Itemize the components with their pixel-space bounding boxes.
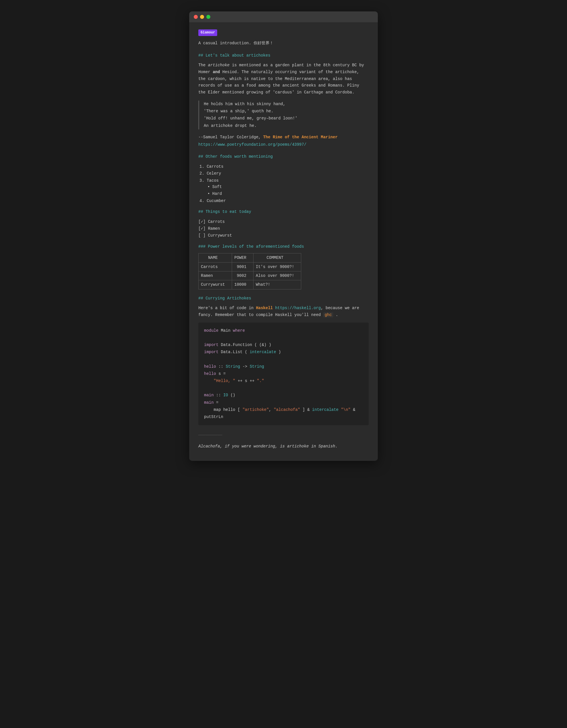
footer-text: Alcachofa, if you were wondering, is art…	[198, 443, 369, 449]
citation-prefix: --Samuel Taylor Coleridge,	[198, 135, 263, 139]
currying-heading: ## Currying Artichokes	[198, 295, 369, 301]
artichoke-italic: artichoke	[208, 63, 230, 67]
alcachofa-italic: Alcachofa	[198, 444, 220, 449]
table-cell-comment: What?!	[253, 280, 301, 289]
list-item: Hard	[206, 191, 369, 197]
checklist-item: [ ] Currywurst	[198, 232, 369, 239]
code-line: hello s =	[204, 370, 363, 377]
glamour-badge: Glamour	[198, 29, 217, 36]
other-foods-heading: ## Other foods worth mentioning	[198, 153, 369, 160]
list-item: Soft	[206, 184, 369, 190]
intro-text: A casual introduction. 你好世界！	[198, 40, 369, 46]
other-foods-label: Other foods worth mentioning	[205, 154, 273, 159]
list-item: 3. Tacos Soft Hard	[198, 177, 369, 197]
table-cell-comment: It's over 9000?!	[253, 262, 301, 271]
other-foods-hash: ##	[198, 154, 205, 159]
artichokes-heading: ## Let's talk about artichokes	[198, 52, 369, 59]
list-item: 2. Celery	[198, 170, 369, 177]
ghc-code: ghc	[323, 312, 333, 317]
power-heading: ### Power levels of the aforementioned f…	[198, 243, 369, 250]
foods-list: 1. Carrots 2. Celery 3. Tacos Soft Hard …	[198, 163, 369, 204]
bq-line-2: 'There was a ship,' quoth he.	[204, 108, 369, 115]
table-header-row: NAME POWER COMMENT	[199, 253, 301, 262]
table-header-power: POWER	[232, 253, 253, 262]
table-cell-comment: Also over 9000?!	[253, 271, 301, 280]
table-cell-power: 9001	[232, 262, 253, 271]
checklist: [✓] Carrots [✓] Ramen [ ] Currywurst	[198, 219, 369, 239]
heading-hash: ##	[198, 53, 205, 58]
table-cell-power: 9002	[232, 271, 253, 280]
close-button[interactable]	[194, 15, 198, 19]
currying-label: Currying Artichokes	[205, 296, 251, 301]
and-bold: and	[213, 70, 220, 74]
power-table-container: NAME POWER COMMENT Carrots 9001 It's ove…	[198, 253, 369, 289]
code-block: module Main where import Data.Function (…	[198, 323, 369, 425]
main-window: Glamour A casual introduction. 你好世界！ ## …	[189, 11, 378, 461]
citation-url-line: https://www.poetryfoundation.org/poems/4…	[198, 141, 369, 148]
bq-line-3: 'Hold off! unhand me, grey–beard loon!'	[204, 115, 369, 122]
code-line: main :: IO ()	[204, 392, 363, 399]
table-row: Ramen 9002 Also over 9000?!	[199, 271, 301, 280]
power-label: Power levels of the aforementioned foods	[208, 244, 304, 249]
minimize-button[interactable]	[200, 15, 204, 19]
blockquote: He holds him with his skinny hand, 'Ther…	[198, 101, 369, 129]
list-item: 4. Cucumber	[198, 198, 369, 204]
currying-body: Here's a bit of code in Haskell https://…	[198, 305, 369, 319]
artichokes-body: The artichoke is mentioned as a garden p…	[198, 62, 369, 96]
table-row: Carrots 9001 It's over 9000?!	[199, 262, 301, 271]
haskell-link[interactable]: https://haskell.org	[275, 306, 321, 310]
checklist-item: [✓] Ramen	[198, 225, 369, 232]
titlebar	[189, 11, 378, 22]
table-cell-power: 10000	[232, 280, 253, 289]
citation-title: The Rime of the Ancient Mariner	[263, 135, 338, 139]
power-table: NAME POWER COMMENT Carrots 9001 It's ove…	[198, 253, 301, 289]
table-cell-name: Ramen	[199, 271, 232, 280]
table-cell-name: Currywurst	[199, 280, 232, 289]
code-line: main =	[204, 399, 363, 406]
checklist-item: [✓] Carrots	[198, 219, 369, 225]
table-header-name: NAME	[199, 253, 232, 262]
code-line: hello :: String -> String	[204, 363, 363, 370]
citation: --Samuel Taylor Coleridge, The Rime of t…	[198, 134, 369, 140]
citation-link[interactable]: https://www.poetryfoundation.org/poems/4…	[198, 142, 306, 147]
heading-label: Let's talk about artichokes	[205, 53, 270, 58]
bq-line-4: An artichoke dropt he.	[204, 122, 369, 129]
haskell-label: Haskell	[256, 306, 273, 310]
code-line: import Data.List ( intercalate )	[204, 349, 363, 356]
taco-sublist: Soft Hard	[206, 184, 369, 197]
bq-line-1: He holds him with his skinny hand,	[204, 101, 369, 108]
content-area: Glamour A casual introduction. 你好世界！ ## …	[189, 22, 378, 461]
divider: ──────────	[198, 432, 369, 438]
things-heading: ## Things to eat today	[198, 209, 369, 215]
code-line: "Hello, " ++ s ++ "."	[204, 377, 363, 385]
power-hash: ###	[198, 244, 208, 249]
things-hash: ##	[198, 209, 205, 214]
maximize-button[interactable]	[206, 15, 210, 19]
things-label: Things to eat today	[205, 209, 251, 214]
table-cell-name: Carrots	[199, 262, 232, 271]
code-line: import Data.Function ( (&) )	[204, 341, 363, 349]
currying-hash: ##	[198, 296, 205, 301]
code-line: map hello [ "artichoke", "alcachofa" ] &…	[204, 406, 363, 421]
code-line: module Main where	[204, 327, 363, 334]
table-header-comment: COMMENT	[253, 253, 301, 262]
table-row: Currywurst 10000 What?!	[199, 280, 301, 289]
list-item: 1. Carrots	[198, 163, 369, 170]
